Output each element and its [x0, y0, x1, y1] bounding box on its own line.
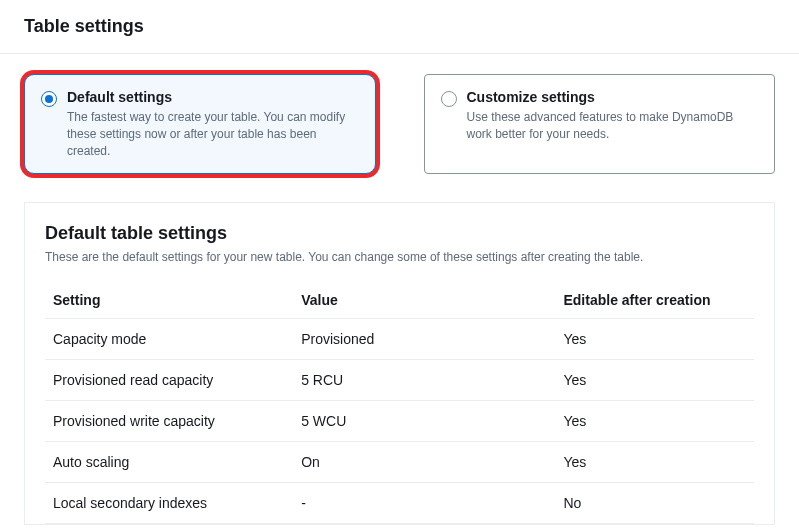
cell-setting: Provisioned write capacity [45, 401, 293, 442]
panel-title: Default table settings [45, 223, 754, 244]
cell-setting: Provisioned read capacity [45, 360, 293, 401]
table-row: Capacity modeProvisionedYes [45, 319, 754, 360]
radio-icon [441, 91, 457, 107]
cell-editable: Yes [555, 319, 754, 360]
customize-settings-desc: Use these advanced features to make Dyna… [467, 109, 759, 143]
radio-icon [41, 91, 57, 107]
cell-setting: Local secondary indexes [45, 483, 293, 524]
default-settings-option[interactable]: Default settings The fastest way to crea… [24, 74, 376, 174]
settings-table: Setting Value Editable after creation Ca… [45, 282, 754, 524]
default-settings-desc: The fastest way to create your table. Yo… [67, 109, 359, 159]
divider [0, 53, 799, 54]
page-title: Table settings [24, 16, 775, 37]
col-value: Value [293, 282, 555, 319]
settings-mode-group: Default settings The fastest way to crea… [24, 74, 775, 174]
cell-value: Provisioned [293, 319, 555, 360]
cell-value: On [293, 442, 555, 483]
col-setting: Setting [45, 282, 293, 319]
col-editable: Editable after creation [555, 282, 754, 319]
default-settings-title: Default settings [67, 89, 359, 105]
cell-setting: Auto scaling [45, 442, 293, 483]
cell-value: - [293, 483, 555, 524]
default-table-settings-panel: Default table settings These are the def… [24, 202, 775, 525]
table-row: Provisioned write capacity5 WCUYes [45, 401, 754, 442]
cell-editable: Yes [555, 360, 754, 401]
cell-editable: Yes [555, 442, 754, 483]
table-row: Provisioned read capacity5 RCUYes [45, 360, 754, 401]
customize-settings-option[interactable]: Customize settings Use these advanced fe… [424, 74, 776, 174]
customize-settings-title: Customize settings [467, 89, 759, 105]
panel-desc: These are the default settings for your … [45, 250, 754, 264]
cell-value: 5 WCU [293, 401, 555, 442]
table-row: Auto scalingOnYes [45, 442, 754, 483]
cell-value: 5 RCU [293, 360, 555, 401]
cell-editable: No [555, 483, 754, 524]
cell-setting: Capacity mode [45, 319, 293, 360]
table-row: Local secondary indexes-No [45, 483, 754, 524]
cell-editable: Yes [555, 401, 754, 442]
